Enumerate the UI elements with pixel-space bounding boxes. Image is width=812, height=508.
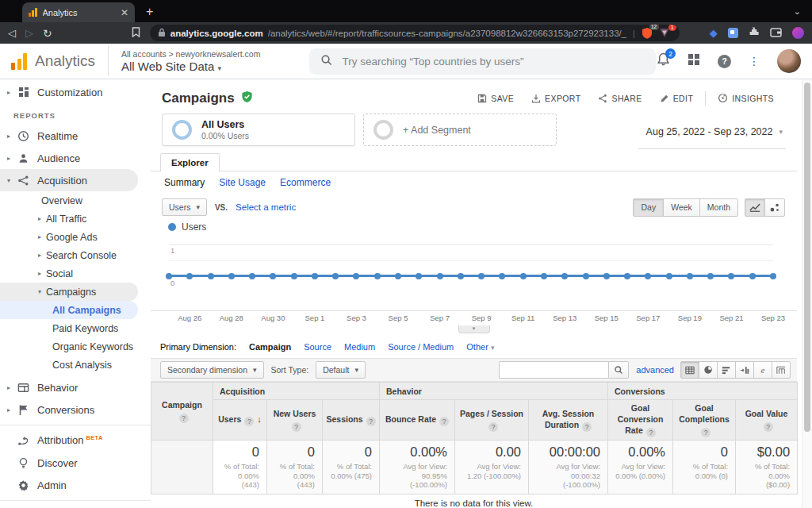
percentage-view-icon[interactable] xyxy=(699,361,718,379)
sidebar-item-admin[interactable]: Admin xyxy=(0,474,151,496)
forward-icon[interactable]: ▷ xyxy=(25,28,33,38)
help-icon[interactable]: ? xyxy=(646,428,656,437)
sidebar-collapse-button[interactable]: ‹ xyxy=(0,505,151,508)
subtab-site-usage[interactable]: Site Usage xyxy=(219,177,266,188)
page-scrollbar[interactable] xyxy=(802,79,812,508)
account-picker[interactable]: All accounts > newyorknewsalert.com All … xyxy=(121,49,260,73)
granularity-day[interactable]: Day xyxy=(633,198,664,217)
sort-type-button[interactable]: Default ▾ xyxy=(316,361,366,379)
dimension-source[interactable]: Source xyxy=(304,342,331,352)
window-chevron-icon[interactable]: ⌄ xyxy=(794,6,801,17)
global-search[interactable] xyxy=(309,48,656,75)
data-point[interactable] xyxy=(353,273,359,279)
insights-button[interactable]: INSIGHTS xyxy=(709,93,783,103)
kebab-menu-icon[interactable]: ⋮ xyxy=(749,55,760,67)
sidebar-item-acquisition[interactable]: ▾ Acquisition xyxy=(0,169,138,191)
data-point[interactable] xyxy=(186,273,193,279)
column-header-new-users[interactable]: New Users? xyxy=(267,400,323,441)
data-point[interactable] xyxy=(374,273,381,279)
column-header-bounce-rate[interactable]: Bounce Rate? xyxy=(380,400,455,441)
sidebar-item-all-campaigns[interactable]: All Campaigns xyxy=(0,301,138,319)
address-bar[interactable]: analytics.google.com /analytics/web/#/re… xyxy=(150,25,680,41)
select-metric-link[interactable]: Select a metric xyxy=(236,202,296,212)
blocker-extension-icon[interactable]: 1 xyxy=(659,27,672,40)
pin-extension-icon[interactable]: ◆ xyxy=(710,27,718,39)
data-point[interactable] xyxy=(583,273,589,279)
data-point[interactable] xyxy=(561,273,568,279)
tab-explorer[interactable]: Explorer xyxy=(160,153,220,171)
analytics-logo-icon[interactable] xyxy=(11,52,27,70)
data-point[interactable] xyxy=(312,273,318,279)
data-point[interactable] xyxy=(749,273,756,279)
data-point[interactable] xyxy=(228,273,235,279)
sidebar-item-attribution[interactable]: AttributionBETA xyxy=(0,429,151,452)
data-point[interactable] xyxy=(624,273,630,279)
sidebar-item-campaigns[interactable]: ▾ Campaigns xyxy=(0,283,138,301)
save-button[interactable]: SAVE xyxy=(469,94,523,103)
metric-selector[interactable]: Users ▾ xyxy=(162,198,207,216)
data-point[interactable] xyxy=(208,273,214,279)
data-point[interactable] xyxy=(603,273,610,279)
data-point[interactable] xyxy=(249,273,255,279)
granularity-month[interactable]: Month xyxy=(699,198,738,217)
data-point[interactable] xyxy=(166,273,172,279)
puzzle-icon[interactable] xyxy=(749,26,760,40)
bookmark-icon[interactable] xyxy=(132,27,140,39)
column-header-users[interactable]: Users?↓ xyxy=(213,400,267,441)
apps-grid-icon[interactable] xyxy=(688,53,700,69)
advanced-link[interactable]: advanced xyxy=(636,365,674,375)
add-segment-button[interactable]: + Add Segment xyxy=(363,114,557,146)
table-search-button[interactable] xyxy=(608,361,629,379)
column-header-goal-conversion-rate[interactable]: Goal Conversion Rate? xyxy=(608,400,673,441)
subtab-summary[interactable]: Summary xyxy=(164,177,205,188)
shield-extension-icon[interactable]: 12 xyxy=(642,27,654,40)
motion-chart-icon[interactable] xyxy=(764,198,785,217)
sidebar-item-social[interactable]: ▸ Social xyxy=(0,264,151,283)
chart-collapse-handle[interactable]: ▾ xyxy=(458,325,490,333)
data-point[interactable] xyxy=(728,273,734,279)
subtab-ecommerce[interactable]: Ecommerce xyxy=(280,177,331,188)
column-header-goal-value[interactable]: Goal Value? xyxy=(736,400,798,441)
help-icon[interactable]: ? xyxy=(701,428,710,437)
help-icon[interactable]: ? xyxy=(582,422,592,432)
help-icon[interactable]: ? xyxy=(366,417,376,426)
help-button[interactable]: ? xyxy=(718,55,731,68)
help-icon[interactable]: ? xyxy=(244,417,254,426)
sidebar-item-behavior[interactable]: ▸ Behavior xyxy=(0,376,151,398)
sidebar-item-discover[interactable]: Discover xyxy=(0,452,151,474)
tab-close-icon[interactable]: ✕ xyxy=(121,8,128,17)
table-view-icon[interactable] xyxy=(680,361,699,379)
sidebar-item-google-ads[interactable]: ▸ Google Ads xyxy=(0,228,151,246)
sidebar-item-customization[interactable]: ▸ Customization xyxy=(0,81,151,103)
avatar[interactable] xyxy=(777,49,801,73)
notifications-button[interactable]: 2 xyxy=(657,52,670,70)
export-button[interactable]: EXPORT xyxy=(523,94,589,103)
data-point[interactable] xyxy=(770,273,776,279)
help-icon[interactable]: ? xyxy=(764,422,773,432)
data-point[interactable] xyxy=(707,273,714,279)
segment-all-users[interactable]: All Users 0.00% Users xyxy=(162,114,355,146)
column-header-pages-session[interactable]: Pages / Session? xyxy=(455,400,529,441)
data-point[interactable] xyxy=(666,273,672,279)
dimension-medium[interactable]: Medium xyxy=(344,342,375,352)
data-point[interactable] xyxy=(499,273,505,279)
share-button[interactable]: SHARE xyxy=(589,94,650,103)
sidebar-item-organic-keywords[interactable]: Organic Keywords xyxy=(0,337,151,356)
data-point[interactable] xyxy=(541,273,547,279)
scrollbar-thumb[interactable] xyxy=(804,83,810,432)
dimension-campaign[interactable]: Campaign xyxy=(249,342,291,352)
help-icon[interactable]: ? xyxy=(439,417,449,426)
new-tab-button[interactable]: + xyxy=(146,5,153,19)
data-point[interactable] xyxy=(395,273,401,279)
data-point[interactable] xyxy=(478,273,485,279)
help-icon[interactable]: ? xyxy=(292,422,301,432)
profile-extension-icon[interactable] xyxy=(792,27,804,39)
help-icon[interactable]: ? xyxy=(488,422,498,432)
data-point[interactable] xyxy=(687,273,693,279)
sidebar-item-realtime[interactable]: ▸ Realtime xyxy=(0,125,151,147)
pivot-view-icon[interactable] xyxy=(772,361,791,379)
sidebar-item-audience[interactable]: ▸ Audience xyxy=(0,147,151,169)
data-point[interactable] xyxy=(458,273,464,279)
back-icon[interactable]: ◁ xyxy=(8,28,16,38)
secondary-dimension-button[interactable]: Secondary dimension ▾ xyxy=(160,361,264,379)
